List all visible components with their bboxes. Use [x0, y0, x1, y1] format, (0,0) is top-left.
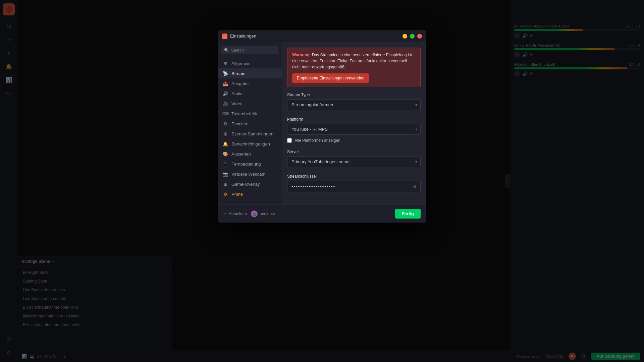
modal-footer: ↩ Abmelden 🎬 andinotv Fertig [218, 204, 426, 223]
nav-label-stream: Stream [231, 71, 246, 76]
settings-modal: Einstellungen − □ × 🔍 ⊞ Allgemein [218, 30, 426, 223]
stream-key-visibility-toggle[interactable]: 👁 [413, 184, 417, 189]
nav-icon-virtuelle-webcam: 📷 [223, 171, 228, 177]
nav-icon-aussehen: 🎨 [223, 151, 228, 157]
platform-select[interactable]: YouTube - RTMPS [287, 124, 421, 135]
nav-label-virtuelle-webcam: Virtuelle Webcam [231, 172, 265, 177]
nav-item-allgemein[interactable]: ⊞ Allgemein [218, 58, 282, 68]
settings-nav: 🔍 ⊞ Allgemein 📡 Stream 📤 Ausgabe 🔊 [218, 42, 282, 204]
nav-label-game-overlay: Game-Overlay [231, 182, 260, 187]
warning-text: Warnung: Das Streaming in eine benutzerd… [292, 52, 416, 70]
nav-item-szenen[interactable]: ⊞ Szenen-Sammlungen [218, 129, 282, 139]
stream-key-input[interactable] [287, 181, 421, 192]
nav-label-aussehen: Aussehen [231, 152, 251, 157]
platform-section: Plattform YouTube - RTMPS ▾ Alle Plattfo… [287, 117, 421, 143]
nav-icon-audio: 🔊 [223, 91, 228, 96]
nav-label-fernbedienung: Fernbedienung [231, 162, 261, 167]
modal-overlay: Einstellungen − □ × 🔍 ⊞ Allgemein [0, 0, 644, 362]
server-label: Server [287, 149, 421, 154]
nav-icon-stream: 📡 [223, 71, 228, 76]
platform-select-wrapper: YouTube - RTMPS ▾ [287, 124, 421, 135]
nav-item-game-overlay[interactable]: ⊞ Game-Overlay [218, 179, 282, 189]
modal-body: 🔍 ⊞ Allgemein 📡 Stream 📤 Ausgabe 🔊 [218, 42, 426, 204]
stream-key-label: Streamschlüssel [287, 174, 421, 179]
warning-prefix: Warnung: [292, 53, 311, 57]
search-icon: 🔍 [224, 48, 229, 53]
nav-icon-allgemein: ⊞ [223, 61, 228, 66]
all-platforms-label[interactable]: Alle Plattformen anzeigen [294, 138, 340, 143]
nav-label-audio: Audio [231, 91, 243, 96]
warning-box: Warnung: Das Streaming in eine benutzerd… [287, 48, 421, 87]
stream-type-section: Stream Type Streamingplattformen ▾ [287, 93, 421, 110]
window-controls: − □ × [402, 34, 422, 39]
nav-icon-ausgabe: 📤 [223, 81, 228, 86]
nav-icon-benachrichtigungen: 🔔 [223, 141, 228, 146]
nav-item-prime[interactable]: ⚙ Prime [218, 189, 282, 199]
close-button[interactable]: × [417, 34, 422, 39]
username: andinotv [260, 212, 275, 216]
nav-icon-szenen: ⊞ [223, 131, 228, 136]
stream-type-label: Stream Type [287, 93, 421, 97]
nav-label-ausgabe: Ausgabe [231, 81, 249, 86]
nav-label-szenen: Szenen-Sammlungen [231, 131, 273, 136]
nav-item-stream[interactable]: 📡 Stream [218, 68, 282, 78]
nav-icon-fernbedienung: 📱 [223, 161, 228, 167]
server-section: Server Primary YouTube ingest server ▾ [287, 149, 421, 167]
nav-label-tastenbefehle: Tastenbefehle [231, 111, 259, 116]
search-input[interactable] [231, 48, 276, 53]
server-select[interactable]: Primary YouTube ingest server [287, 156, 421, 167]
nav-label-prime: Prime [231, 192, 243, 197]
platform-label: Plattform [287, 117, 421, 122]
nav-item-erweitert[interactable]: ⚙ Erweitert [218, 119, 282, 129]
nav-item-benachrichtigungen[interactable]: 🔔 Benachrichtigungen [218, 139, 282, 149]
nav-item-ausgabe[interactable]: 📤 Ausgabe [218, 78, 282, 88]
nav-item-virtuelle-webcam[interactable]: 📷 Virtuelle Webcam [218, 169, 282, 179]
nav-icon-tastenbefehle: ⌨ [223, 111, 228, 116]
maximize-button[interactable]: □ [410, 34, 415, 39]
stream-key-wrapper: 👁 [287, 181, 421, 192]
nav-item-tastenbefehle[interactable]: ⌨ Tastenbefehle [218, 109, 282, 119]
nav-icon-game-overlay: ⊞ [223, 181, 228, 187]
stream-type-select[interactable]: Streamingplattformen [287, 99, 421, 110]
modal-title: Einstellungen [230, 34, 402, 39]
stream-key-section: Streamschlüssel 👁 [287, 174, 421, 192]
user-info: 🎬 andinotv [251, 210, 275, 217]
settings-content: Warnung: Das Streaming in eine benutzerd… [282, 42, 426, 204]
nav-label-benachrichtigungen: Benachrichtigungen [231, 141, 270, 146]
nav-icon-prime: ⚙ [223, 191, 228, 197]
nav-item-fernbedienung[interactable]: 📱 Fernbedienung [218, 159, 282, 169]
logout-button[interactable]: ↩ Abmelden [223, 212, 247, 216]
server-select-wrapper: Primary YouTube ingest server ▾ [287, 156, 421, 167]
all-platforms-checkbox[interactable] [287, 138, 292, 143]
logout-icon: ↩ [223, 212, 227, 216]
stream-type-select-wrapper: Streamingplattformen ▾ [287, 99, 421, 110]
minimize-button[interactable]: − [402, 34, 407, 39]
logout-label: Abmelden [229, 212, 247, 216]
nav-item-video[interactable]: 🎥 Video [218, 99, 282, 109]
nav-icon-video: 🎥 [223, 101, 228, 106]
all-platforms-row: Alle Plattformen anzeigen [287, 138, 421, 143]
nav-item-aussehen[interactable]: 🎨 Aussehen [218, 149, 282, 159]
nav-label-allgemein: Allgemein [231, 61, 251, 66]
nav-label-video: Video [231, 101, 243, 106]
modal-title-icon [222, 34, 227, 39]
nav-icon-erweitert: ⚙ [223, 121, 228, 126]
search-container[interactable]: 🔍 [221, 46, 278, 54]
recommended-settings-button[interactable]: Empfohlene Einstellungen verwenden [292, 73, 369, 83]
modal-titlebar: Einstellungen − □ × [218, 30, 426, 42]
user-avatar: 🎬 [251, 210, 258, 217]
nav-label-erweitert: Erweitert [231, 121, 249, 126]
nav-item-audio[interactable]: 🔊 Audio [218, 88, 282, 99]
done-button[interactable]: Fertig [395, 209, 421, 219]
